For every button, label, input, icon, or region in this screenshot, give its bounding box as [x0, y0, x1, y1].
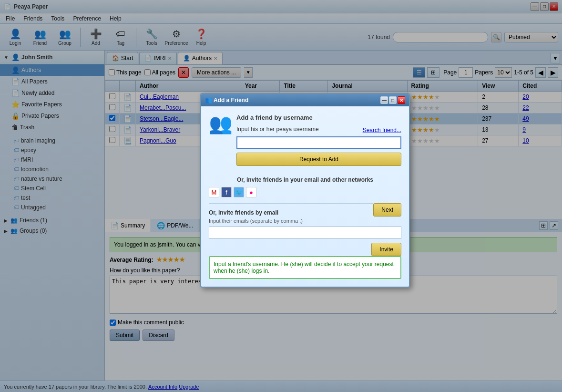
dialog-section1-title: Add a friend by username — [236, 114, 401, 121]
twitter-icon[interactable]: 🐦 — [234, 187, 244, 197]
dialog-titlebar: 👥 Add a Friend — □ ✕ — [201, 94, 409, 106]
dialog-section3: Or, invite friends by email Input their … — [209, 209, 401, 243]
social-icons-row: M f 🐦 ● — [209, 187, 401, 197]
request-to-add-button[interactable]: Request to Add — [236, 153, 401, 166]
modal-overlay: 👥 Add a Friend — □ ✕ 👥 Add a friend by u… — [0, 0, 562, 392]
dialog-section1: 👥 Add a friend by username Input his or … — [209, 114, 401, 172]
gmail-icon[interactable]: M — [209, 187, 219, 197]
dialog-title-controls: — □ ✕ — [380, 96, 405, 104]
add-friend-dialog: 👥 Add a Friend — □ ✕ 👥 Add a friend by u… — [200, 93, 410, 288]
dialog-email-sub: Input their emails (separate by comma ,) — [209, 218, 401, 224]
facebook-icon[interactable]: f — [221, 187, 232, 197]
dialog-section2: Or, invite friends in your email and oth… — [209, 176, 401, 197]
search-friend-link[interactable]: Search friend... — [363, 127, 401, 134]
dialog-avatar: 👥 — [209, 114, 233, 133]
flickr-icon[interactable]: ● — [246, 187, 256, 197]
hint-text: Input a friend's username. He (she) will… — [214, 261, 394, 274]
username-input[interactable] — [236, 136, 401, 149]
dialog-section1-content: Add a friend by username Input his or he… — [236, 114, 401, 172]
dialog-section3-title: Or, invite friends by email — [209, 209, 401, 216]
dialog-title: 👥 Add a Friend — [205, 97, 248, 103]
dialog-input-label: Input his or her peaya username — [236, 126, 319, 133]
dialog-separator — [209, 203, 373, 204]
dialog-section2-title: Or, invite friends in your email and oth… — [209, 176, 401, 183]
next-button[interactable]: Next — [373, 203, 401, 217]
hint-box: Input a friend's username. He (she) will… — [209, 256, 401, 279]
dialog-maximize-button[interactable]: □ — [389, 96, 397, 104]
dialog-close-button[interactable]: ✕ — [398, 96, 405, 104]
dialog-input-row: Input his or her peaya username Search f… — [236, 126, 401, 134]
dialog-title-icon: 👥 — [205, 97, 212, 103]
dialog-minimize-button[interactable]: — — [380, 96, 388, 104]
dialog-body: 👥 Add a friend by username Input his or … — [201, 106, 409, 287]
invite-button[interactable]: Invite — [371, 243, 401, 256]
email-input[interactable] — [209, 227, 401, 239]
